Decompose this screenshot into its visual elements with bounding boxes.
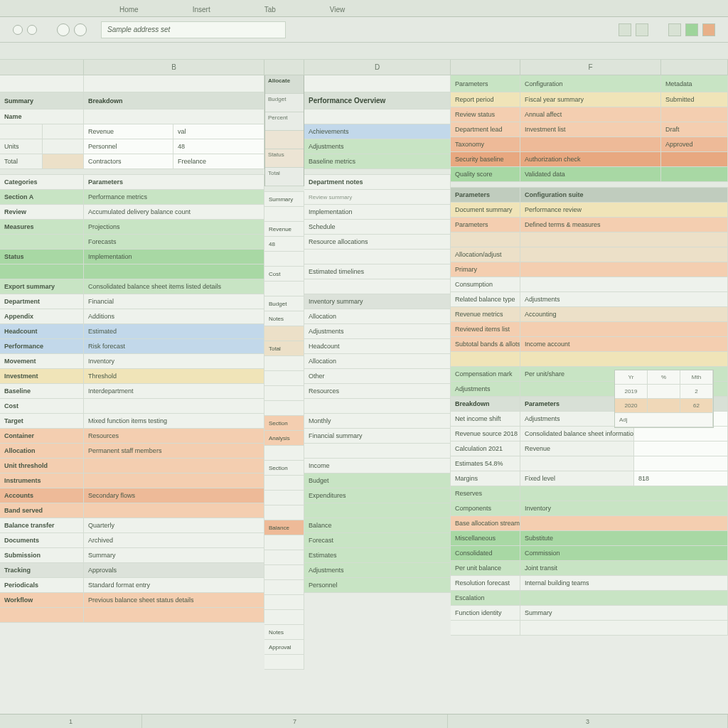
cell[interactable]: Resource allocations bbox=[304, 235, 451, 249]
cell[interactable]: Allocation/adjust bbox=[451, 247, 520, 262]
cell[interactable] bbox=[264, 505, 304, 520]
cell[interactable]: Revenue bbox=[84, 124, 173, 139]
cell[interactable]: Consumption bbox=[451, 277, 520, 291]
cell[interactable]: Accounts bbox=[0, 488, 84, 503]
cell[interactable] bbox=[520, 322, 728, 336]
cell[interactable] bbox=[84, 608, 264, 622]
cell[interactable]: Instruments bbox=[0, 473, 84, 488]
cell[interactable]: Parameters bbox=[451, 75, 520, 92]
cell[interactable]: Per unit balance bbox=[451, 561, 520, 575]
cell[interactable] bbox=[0, 264, 84, 279]
cell[interactable] bbox=[661, 107, 728, 122]
cell[interactable]: Units bbox=[0, 139, 43, 154]
cell[interactable]: Escalation bbox=[451, 591, 520, 605]
cell[interactable]: Fiscal year summary bbox=[520, 92, 661, 107]
cell[interactable]: Annual affect bbox=[520, 107, 661, 122]
cell[interactable]: Total bbox=[265, 168, 304, 186]
cell[interactable]: Allocation bbox=[304, 354, 451, 368]
cell[interactable]: Implementation bbox=[84, 250, 264, 264]
cell[interactable] bbox=[264, 356, 304, 370]
cell[interactable]: Balance bbox=[264, 520, 304, 535]
cell[interactable]: Approval bbox=[264, 640, 304, 654]
footer-col[interactable]: 7 bbox=[142, 714, 448, 728]
cell[interactable]: Budget bbox=[264, 296, 304, 311]
cell[interactable]: 48 bbox=[264, 237, 304, 251]
cell[interactable]: Related balance type bbox=[451, 292, 520, 306]
cell[interactable] bbox=[264, 565, 304, 579]
cell[interactable] bbox=[304, 503, 451, 518]
ribbon-tab-insert[interactable]: Insert bbox=[187, 3, 216, 16]
cell[interactable]: Performance review bbox=[520, 203, 728, 217]
cell[interactable]: Configuration suite bbox=[520, 188, 728, 202]
cell[interactable] bbox=[265, 131, 304, 149]
cell[interactable]: Achievements bbox=[304, 124, 451, 139]
cell[interactable]: Export summary bbox=[0, 279, 84, 294]
cell[interactable]: Resources bbox=[84, 429, 264, 443]
cell[interactable]: Total bbox=[0, 154, 43, 168]
cell[interactable]: Accumulated delivery balance count bbox=[84, 205, 264, 219]
cell[interactable]: Workflow bbox=[0, 593, 84, 607]
cell[interactable]: Primary bbox=[451, 262, 520, 277]
cell[interactable]: Freelance bbox=[173, 154, 264, 168]
cell[interactable]: Headcount bbox=[0, 324, 84, 338]
cell[interactable] bbox=[84, 503, 264, 518]
col-header-f[interactable]: F bbox=[520, 60, 661, 75]
cell[interactable]: % bbox=[648, 370, 680, 384]
cell[interactable] bbox=[304, 109, 451, 124]
cell[interactable] bbox=[520, 352, 728, 366]
cell[interactable] bbox=[0, 235, 84, 249]
cell[interactable]: Expenditures bbox=[304, 488, 451, 503]
align-icon[interactable] bbox=[619, 23, 631, 36]
cell[interactable]: Adj bbox=[615, 413, 713, 427]
cell[interactable]: Summary bbox=[0, 92, 84, 109]
cell[interactable] bbox=[84, 473, 264, 488]
cell[interactable]: Balance transfer bbox=[0, 518, 84, 532]
cell[interactable]: Summary bbox=[84, 548, 264, 562]
cell[interactable]: Schedule bbox=[304, 220, 451, 234]
cell[interactable]: Projections bbox=[84, 220, 264, 234]
cell[interactable]: Consolidated bbox=[451, 546, 520, 560]
cell[interactable]: Resources bbox=[304, 384, 451, 398]
cell[interactable] bbox=[661, 167, 728, 181]
cell[interactable]: Interdepartment bbox=[84, 384, 264, 398]
cell[interactable]: Adjustments bbox=[304, 139, 451, 154]
cell[interactable] bbox=[84, 399, 264, 413]
cell[interactable]: Taxonomy bbox=[451, 137, 520, 151]
cell[interactable]: Review bbox=[0, 205, 84, 219]
cell[interactable] bbox=[264, 371, 304, 385]
cell[interactable]: Reserves bbox=[451, 486, 520, 500]
cell[interactable]: Appendix bbox=[0, 309, 84, 323]
cell[interactable]: Name bbox=[0, 109, 84, 124]
cell[interactable]: Summary bbox=[264, 192, 304, 206]
cell[interactable]: Internal building teams bbox=[520, 576, 728, 590]
undo-icon[interactable] bbox=[13, 25, 23, 35]
cell[interactable] bbox=[264, 580, 304, 594]
cell[interactable]: Notes bbox=[264, 625, 304, 639]
row-header-corner[interactable] bbox=[0, 60, 84, 75]
cell[interactable] bbox=[264, 446, 304, 460]
cell[interactable]: Headcount bbox=[304, 339, 451, 353]
cell[interactable]: Adjustments bbox=[304, 563, 451, 577]
cell[interactable]: Analysis bbox=[264, 431, 304, 445]
cell[interactable]: Revenue bbox=[264, 222, 304, 236]
cell[interactable] bbox=[264, 252, 304, 266]
cell[interactable]: Income account bbox=[520, 337, 728, 351]
cell[interactable]: Performance bbox=[0, 339, 84, 353]
cell[interactable] bbox=[520, 486, 728, 500]
cell[interactable]: Quality score bbox=[451, 167, 520, 181]
cell[interactable]: Unit threshold bbox=[0, 459, 84, 473]
ribbon-tab-view[interactable]: View bbox=[324, 3, 351, 16]
cell[interactable] bbox=[661, 152, 728, 166]
cell[interactable] bbox=[634, 441, 728, 456]
cell[interactable]: Review status bbox=[451, 107, 520, 122]
cell[interactable]: Cost bbox=[0, 399, 84, 413]
cell[interactable]: Parameters bbox=[84, 175, 264, 189]
cell[interactable]: Approved bbox=[661, 137, 728, 151]
cell[interactable]: Notes bbox=[264, 311, 304, 326]
cell[interactable]: Inventory bbox=[520, 501, 728, 515]
cell[interactable]: Mixed function items testing bbox=[84, 414, 264, 428]
cell[interactable] bbox=[264, 476, 304, 490]
format-icon[interactable] bbox=[636, 23, 648, 36]
cell[interactable]: Authorization check bbox=[520, 152, 661, 166]
cell[interactable]: Financial bbox=[84, 294, 264, 309]
